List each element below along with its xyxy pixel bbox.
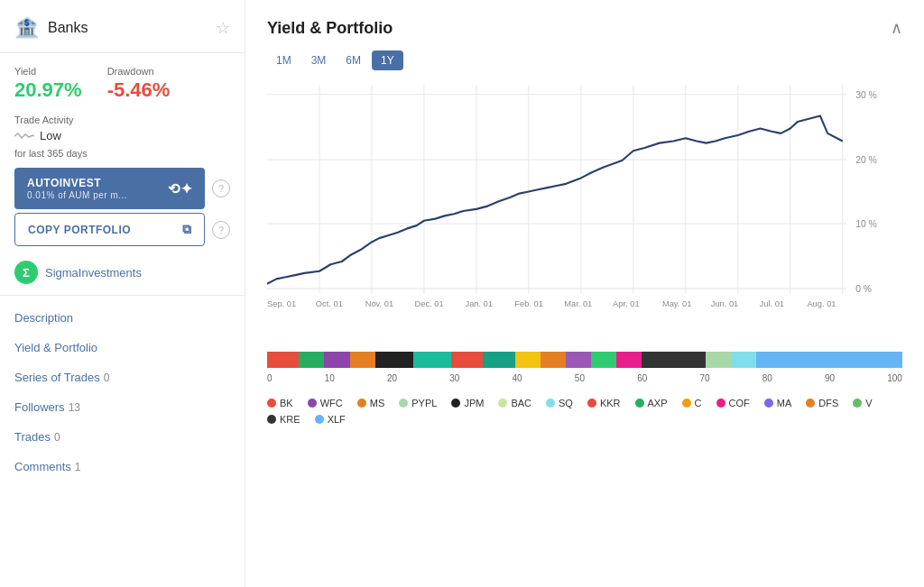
legend-label-cof: COF <box>729 398 750 408</box>
bar-red2 <box>451 352 483 368</box>
trade-activity-value: Low <box>14 129 230 142</box>
bank-title: Banks <box>48 20 88 36</box>
nav-description[interactable]: Description <box>0 303 245 333</box>
legend-label-ms: MS <box>370 398 385 408</box>
legend-label-xlf: XLF <box>328 414 346 425</box>
svg-text:20 %: 20 % <box>855 154 877 165</box>
svg-text:30 %: 30 % <box>855 89 877 100</box>
nav-comments[interactable]: Comments 1 <box>0 452 245 482</box>
legend-kkr: KKR <box>587 398 621 408</box>
legend-axp: AXP <box>635 398 668 408</box>
bar-pink <box>616 352 642 368</box>
bar-wfc <box>324 352 349 368</box>
nav-trades[interactable]: Trades 0 <box>0 422 245 452</box>
copy-portfolio-label: COPY PORTFOLIO <box>28 224 131 236</box>
sidebar: 🏦 Banks ☆ Yield 20.97% Drawdown -5.46% T… <box>0 0 245 587</box>
drawdown-stat: Drawdown -5.46% <box>107 66 171 102</box>
autoinvest-label: AUTOINVEST <box>27 177 127 189</box>
legend-label-dfs: DFS <box>818 398 838 408</box>
autoinvest-button[interactable]: AUTOINVEST 0.01% of AUM per m... ⟲✦ <box>14 168 205 209</box>
bar-bk <box>267 352 299 368</box>
sigma-row: Σ SigmaInvestments <box>0 252 245 296</box>
section-header: Yield & Portfolio ∧ <box>267 18 902 38</box>
bar-teal <box>413 352 451 368</box>
legend-label-bac: BAC <box>511 398 531 408</box>
svg-text:Aug. 01: Aug. 01 <box>807 298 836 307</box>
legend-ma: MA <box>764 398 792 408</box>
drawdown-label: Drawdown <box>107 66 171 77</box>
wave-icon <box>14 132 34 141</box>
series-badge: 0 <box>104 371 110 384</box>
legend-sq: SQ <box>546 398 573 408</box>
bar-axp <box>299 352 324 368</box>
sidebar-header-left: 🏦 Banks <box>14 16 88 40</box>
legend-dot-jpm <box>451 399 460 408</box>
legend-label-sq: SQ <box>559 398 573 408</box>
tab-1y[interactable]: 1Y <box>372 50 403 70</box>
legend-label-bk: BK <box>280 398 293 408</box>
section-title: Yield & Portfolio <box>267 19 393 38</box>
legend-dfs: DFS <box>806 398 838 408</box>
legend-pypl: PYPL <box>399 398 437 408</box>
svg-text:Sep. 01: Sep. 01 <box>267 298 296 307</box>
nav-series-of-trades[interactable]: Series of Trades 0 <box>0 362 245 392</box>
bar-blue <box>756 352 902 368</box>
svg-text:10 %: 10 % <box>855 218 877 229</box>
svg-text:Oct. 01: Oct. 01 <box>316 298 343 307</box>
svg-text:0 %: 0 % <box>855 283 872 294</box>
legend-dot-v <box>853 399 862 408</box>
legend-label-c: C <box>695 398 702 408</box>
bar-lightgreen <box>706 352 731 368</box>
sigma-logo: Σ <box>14 261 38 284</box>
portfolio-bar-section: 0 10 20 30 40 50 60 70 80 90 100 BK WFC … <box>267 352 902 425</box>
bar-teal2 <box>483 352 514 368</box>
legend-kre: KRE <box>267 414 300 425</box>
yield-value: 20.97% <box>14 78 82 102</box>
tab-6m[interactable]: 6M <box>337 50 370 70</box>
star-icon[interactable]: ☆ <box>216 18 230 38</box>
copy-portfolio-row: COPY PORTFOLIO ⧉ ? <box>14 213 230 246</box>
legend-label-jpm: JPM <box>464 398 484 408</box>
bar-black2 <box>642 352 705 368</box>
legend-dot-kre <box>267 415 276 424</box>
legend-bac: BAC <box>498 398 531 408</box>
trade-activity: Trade Activity Low <box>0 107 245 146</box>
bar-yellow <box>515 352 541 368</box>
copy-icon: ⧉ <box>182 222 192 237</box>
trade-activity-label: Trade Activity <box>14 115 230 125</box>
legend-dot-xlf <box>315 415 324 424</box>
time-tabs: 1M 3M 6M 1Y <box>267 50 902 70</box>
legend-dot-pypl <box>399 399 408 408</box>
svg-text:Feb. 01: Feb. 01 <box>514 298 543 307</box>
legend-label-kre: KRE <box>280 414 300 425</box>
svg-text:Jun. 01: Jun. 01 <box>711 298 739 307</box>
yield-chart: 30 % 20 % 10 % 0 % Sep. 01 Oct. 01 Nov. … <box>267 85 902 337</box>
legend: BK WFC MS PYPL JPM BAC <box>267 398 902 425</box>
sigma-name[interactable]: SigmaInvestments <box>45 266 142 280</box>
bank-icon: 🏦 <box>14 16 39 40</box>
legend-wfc: WFC <box>308 398 343 408</box>
sidebar-header: 🏦 Banks ☆ <box>0 0 245 53</box>
legend-dot-bk <box>267 399 276 408</box>
legend-label-kkr: KKR <box>600 398 621 408</box>
trades-badge: 0 <box>54 431 60 444</box>
tab-1m[interactable]: 1M <box>267 50 300 70</box>
collapse-icon[interactable]: ∧ <box>891 18 902 38</box>
legend-cof: COF <box>716 398 750 408</box>
copy-portfolio-button[interactable]: COPY PORTFOLIO ⧉ <box>14 213 205 246</box>
nav-yield-portfolio[interactable]: Yield & Portfolio <box>0 333 245 362</box>
legend-dot-kkr <box>587 399 596 408</box>
copy-portfolio-help-icon[interactable]: ? <box>212 221 230 239</box>
legend-dot-cof <box>716 399 725 408</box>
yield-stat: Yield 20.97% <box>14 66 82 102</box>
legend-jpm: JPM <box>451 398 484 408</box>
nav-followers[interactable]: Followers 13 <box>0 392 245 422</box>
legend-label-wfc: WFC <box>320 398 343 408</box>
legend-dot-ma <box>764 399 773 408</box>
tab-3m[interactable]: 3M <box>302 50 336 70</box>
for-last-label: for last 365 days <box>0 146 245 168</box>
legend-xlf: XLF <box>315 414 346 425</box>
autoinvest-help-icon[interactable]: ? <box>212 179 230 197</box>
followers-badge: 13 <box>69 401 80 414</box>
svg-text:Apr. 01: Apr. 01 <box>613 298 640 307</box>
